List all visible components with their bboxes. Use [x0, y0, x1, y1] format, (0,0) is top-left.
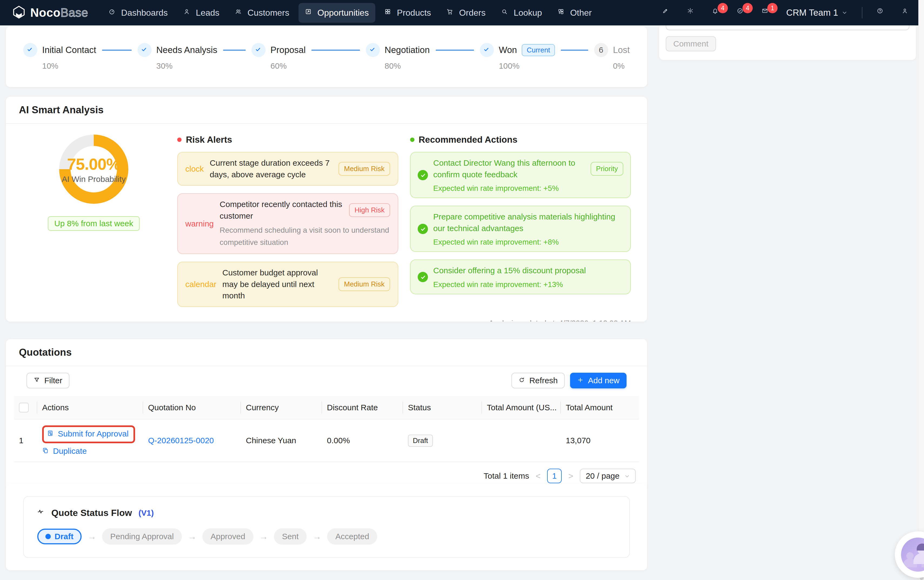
- nav-item-orders[interactable]: Orders: [440, 3, 492, 23]
- step-check-icon: [23, 43, 37, 57]
- annotation-highlight-box: Submit for Approval: [42, 425, 135, 443]
- win-probability-gauge: 75.00% AI Win Probability Up 8% from las…: [22, 135, 165, 315]
- prev-page-arrow[interactable]: <: [535, 471, 542, 481]
- col-header-status: Status: [403, 396, 482, 419]
- step-check-icon: [252, 43, 266, 57]
- stage-step-negotiation[interactable]: Negotiation 80%: [366, 43, 480, 71]
- check-circle-icon: [418, 272, 428, 282]
- opportunities-icon: [305, 8, 314, 17]
- arrow-right-icon: →: [188, 532, 196, 542]
- win-delta-badge: Up 8% from last week: [48, 216, 140, 231]
- flow-step-draft[interactable]: Draft: [37, 529, 82, 544]
- check-circle-icon: [418, 170, 428, 180]
- add-new-button[interactable]: Add new: [570, 373, 626, 388]
- stage-step-needs-analysis[interactable]: Needs Analysis 30%: [138, 43, 252, 71]
- comment-panel: Comment: [659, 24, 916, 60]
- arrow-right-icon: →: [312, 532, 321, 542]
- analysis-updated-timestamp: Analysis updated at: 4/7/2026, 1:12:00 A…: [6, 317, 647, 321]
- current-page-button[interactable]: 1: [547, 469, 562, 483]
- next-page-arrow[interactable]: >: [567, 471, 574, 481]
- pagination-total: Total 1 items: [483, 471, 529, 481]
- step-connector: [561, 50, 588, 51]
- nav-right-cluster: 4 4 1 CRM Team 1: [662, 7, 912, 18]
- duplicate-link[interactable]: Duplicate: [42, 447, 87, 456]
- users-icon: [235, 8, 244, 17]
- chevron-down-icon: [841, 10, 848, 16]
- submit-for-approval-link[interactable]: Submit for Approval: [47, 429, 128, 438]
- todo-check-icon[interactable]: 4: [737, 7, 747, 18]
- risk-alert-item: calendar Customer budget approval may be…: [177, 262, 398, 307]
- nav-item-other[interactable]: Other: [551, 3, 598, 23]
- nav-item-dashboards[interactable]: Dashboards: [102, 3, 174, 23]
- recommended-action-item: Consider offering a 15% discount proposa…: [410, 259, 631, 294]
- flow-step-pending-approval[interactable]: Pending Approval: [102, 528, 182, 545]
- stage-step-proposal[interactable]: Proposal 60%: [252, 43, 366, 71]
- nocobase-logo[interactable]: NocoBase: [12, 5, 88, 20]
- team-selector[interactable]: CRM Team 1: [786, 8, 848, 18]
- nav-item-opportunities[interactable]: Opportunities: [299, 3, 375, 23]
- nav-item-lookup[interactable]: Lookup: [495, 3, 548, 23]
- quotations-title: Quotations: [6, 339, 647, 366]
- risk-level-badge: Medium Risk: [339, 277, 390, 291]
- calendar-icon: calendar: [185, 280, 216, 289]
- ai-smart-analysis-card: AI Smart Analysis 75.00% AI Win Probabil…: [6, 97, 647, 321]
- stage-step-won[interactable]: Won Current 100%: [480, 43, 594, 71]
- bell-icon[interactable]: 4: [712, 7, 722, 18]
- scrollbar-track[interactable]: [918, 0, 924, 580]
- pulse-icon: [37, 508, 46, 517]
- quotations-card: Quotations Filter Refresh Add new: [6, 339, 647, 490]
- arrow-right-icon: →: [87, 532, 96, 542]
- flow-title: Quote Status Flow: [51, 508, 132, 518]
- top-nav: NocoBase Dashboards Leads Customers Oppo…: [0, 0, 924, 25]
- assistant-float-button[interactable]: [895, 531, 924, 578]
- chevron-down-icon: [624, 473, 630, 479]
- comment-button[interactable]: Comment: [666, 36, 716, 51]
- win-probability-value: 75.00%: [67, 155, 120, 173]
- user-icon: [183, 8, 192, 17]
- filter-button[interactable]: Filter: [26, 373, 69, 388]
- flow-step-approved[interactable]: Approved: [202, 528, 253, 545]
- clock-icon: clock: [185, 164, 204, 173]
- account-icon[interactable]: [901, 7, 912, 18]
- quotation-no-link[interactable]: Q-20260125-0020: [148, 436, 214, 445]
- step-check-icon: [480, 43, 494, 57]
- copy-icon: [42, 447, 50, 455]
- col-header-discount-rate: Discount Rate: [322, 396, 403, 419]
- step-connector: [223, 50, 246, 51]
- flow-step-sent[interactable]: Sent: [274, 528, 307, 545]
- step-connector: [311, 50, 360, 51]
- step-connector: [436, 50, 474, 51]
- bell-badge: 4: [718, 3, 728, 13]
- funnel-icon: [33, 377, 41, 384]
- flow-version: (V1): [138, 508, 154, 517]
- step-number-icon: 6: [594, 43, 608, 57]
- col-header-currency: Currency: [241, 396, 322, 419]
- flow-step-accepted[interactable]: Accepted: [327, 528, 377, 545]
- stage-percent: 60%: [270, 61, 366, 71]
- highlighter-icon[interactable]: [662, 7, 673, 18]
- nav-item-leads[interactable]: Leads: [177, 3, 226, 23]
- step-check-icon: [366, 43, 380, 57]
- help-icon[interactable]: [876, 7, 887, 18]
- green-dot-icon: [410, 138, 414, 142]
- refresh-button[interactable]: Refresh: [511, 373, 565, 388]
- stage-step-initial-contact[interactable]: Initial Contact 10%: [23, 43, 138, 71]
- mail-badge: 1: [767, 3, 778, 13]
- screen: NocoBase Dashboards Leads Customers Oppo…: [0, 0, 924, 580]
- check-circle-icon: [418, 224, 428, 234]
- nav-item-products[interactable]: Products: [378, 3, 437, 23]
- stage-step-lost[interactable]: 6 Lost 0%: [594, 43, 630, 71]
- mail-icon[interactable]: 1: [761, 7, 772, 18]
- select-all-checkbox[interactable]: [19, 403, 29, 412]
- step-check-icon: [138, 43, 151, 57]
- gear-icon[interactable]: [687, 7, 697, 18]
- quotations-table: Actions Quotation No Currency Discount R…: [14, 396, 639, 462]
- total-amount-cell: 13,070: [561, 419, 639, 462]
- stage-percent: 30%: [156, 61, 252, 71]
- stage-percent: 0%: [613, 61, 630, 71]
- opportunity-stages-card: Initial Contact 10% Needs Analysis 30%: [6, 26, 647, 87]
- page-size-select[interactable]: 20 / page: [580, 469, 636, 483]
- col-header-quotation-no: Quotation No: [143, 396, 241, 419]
- nav-item-customers[interactable]: Customers: [229, 3, 296, 23]
- recommended-actions-column: Recommended Actions Contact Director Wan…: [410, 135, 631, 315]
